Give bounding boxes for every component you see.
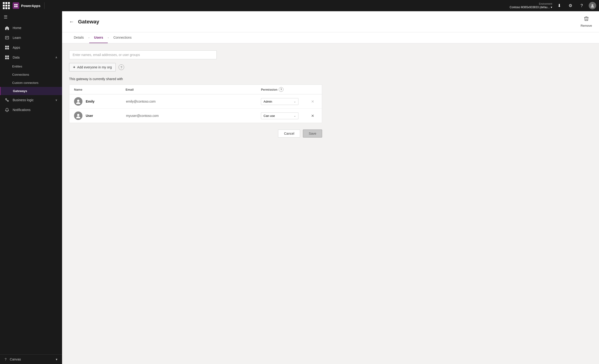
sidebar-item-home[interactable]: Home	[0, 23, 62, 33]
svg-rect-15	[7, 58, 9, 59]
svg-rect-11	[7, 48, 9, 49]
user-email: myuser@contoso.com	[126, 114, 261, 118]
remove-button[interactable]: Remove	[581, 16, 592, 27]
user-name: User	[86, 114, 126, 118]
main-layout: ☰ Home Learn Apps Data ∧	[0, 11, 599, 364]
svg-rect-2	[14, 6, 16, 7]
svg-point-17	[8, 100, 9, 102]
user-avatar[interactable]	[589, 2, 596, 9]
svg-rect-12	[5, 55, 7, 57]
waffle-menu[interactable]	[3, 2, 10, 9]
svg-rect-1	[16, 4, 18, 5]
emily-permission-dropdown[interactable]: Admin ⌄	[261, 98, 299, 105]
table-row: User myuser@contoso.com Can use ⌄ ✕	[69, 109, 322, 123]
data-icon	[5, 55, 9, 60]
sidebar-bottom-canvas[interactable]: ? Canvas ▾	[0, 355, 62, 364]
back-button[interactable]: ←	[69, 19, 74, 25]
svg-rect-0	[14, 4, 16, 5]
page-header-left: ← Gateway	[69, 19, 99, 25]
table-col-email: Email	[126, 88, 261, 91]
svg-point-16	[6, 99, 7, 100]
sidebar-item-apps[interactable]: Apps	[0, 43, 62, 53]
environment-label: Environment	[539, 3, 552, 5]
user-search-input[interactable]	[69, 50, 217, 59]
add-everyone-label: Add everyone in my org	[77, 65, 112, 69]
emily-permission-label: Admin	[264, 100, 294, 103]
user-permission-dropdown[interactable]: Can use ⌄	[261, 112, 299, 119]
app-title: PowerApps	[21, 4, 41, 8]
trash-icon	[583, 16, 589, 23]
apps-label: Apps	[13, 46, 57, 49]
page-header: ← Gateway Remove	[62, 11, 599, 32]
user-dropdown-chevron-icon: ⌄	[294, 114, 296, 117]
settings-button[interactable]: ⚙	[566, 1, 575, 10]
plus-icon: +	[73, 65, 75, 69]
emily-permission-col: Admin ⌄	[261, 98, 308, 105]
help-button[interactable]: ?	[577, 1, 586, 10]
svg-rect-9	[7, 46, 9, 47]
add-everyone-help-icon[interactable]: ?	[119, 64, 124, 70]
data-chevron-icon: ∧	[55, 56, 57, 59]
emily-avatar	[74, 97, 82, 106]
notifications-icon	[5, 108, 9, 112]
svg-rect-10	[5, 48, 7, 49]
logo-icon	[13, 2, 19, 9]
remove-label: Remove	[581, 24, 592, 27]
canvas-chevron-icon: ▾	[56, 357, 57, 361]
user-permission-label: Can use	[264, 114, 294, 118]
connections-label: Connections	[12, 73, 29, 76]
sidebar-hamburger[interactable]: ☰	[0, 11, 62, 23]
tab-details[interactable]: Details	[69, 32, 88, 43]
sidebar-item-notifications[interactable]: Notifications	[0, 105, 62, 115]
table-col-permission: Permission ?	[261, 87, 308, 92]
custom-connectors-label: Custom connectors	[12, 81, 38, 85]
learn-label: Learn	[13, 36, 57, 40]
emily-dropdown-chevron-icon: ⌄	[294, 100, 296, 103]
tab-users[interactable]: Users	[89, 32, 108, 43]
emily-email: emily@contoso.com	[126, 99, 261, 103]
sidebar-sub-item-custom-connectors[interactable]: Custom connectors	[0, 79, 62, 87]
download-button[interactable]: ⬇	[555, 1, 564, 10]
svg-point-4	[591, 4, 593, 6]
add-everyone-button[interactable]: + Add everyone in my org	[69, 63, 116, 71]
emily-action-col: ✕	[308, 99, 317, 104]
user-remove-button[interactable]: ✕	[310, 113, 315, 118]
business-logic-icon	[5, 98, 9, 102]
main-content: + Add everyone in my org ? This gateway …	[62, 43, 599, 364]
add-everyone-row: + Add everyone in my org ?	[69, 63, 592, 71]
svg-rect-5	[5, 36, 9, 39]
apps-icon	[5, 45, 9, 50]
tabs: Details ● Users ● Connections	[62, 32, 599, 43]
business-logic-chevron-icon: ∨	[55, 98, 57, 102]
emily-name: Emily	[86, 99, 126, 103]
sidebar-item-business-logic[interactable]: Business logic ∨	[0, 95, 62, 105]
cancel-button[interactable]: Cancel	[278, 130, 300, 137]
app-logo: PowerApps	[13, 2, 44, 9]
data-label: Data	[13, 55, 52, 59]
svg-point-21	[77, 99, 79, 102]
sidebar-sub-item-entities[interactable]: Entities	[0, 62, 62, 71]
sidebar-sub-item-gateways[interactable]: Gateways	[0, 87, 62, 95]
user-table: Name Email Permission ? Emily emily@cont…	[69, 85, 322, 123]
topbar: PowerApps Environment Contoso M365x93383…	[0, 0, 599, 11]
environment-selector[interactable]: Environment Contoso M365x933833 (defau..…	[510, 3, 552, 9]
home-label: Home	[13, 26, 57, 30]
page-title: Gateway	[78, 19, 99, 25]
environment-name: Contoso M365x933833 (defau... ▾	[510, 6, 552, 9]
save-button[interactable]: Save	[303, 130, 322, 137]
canvas-label: Canvas	[10, 357, 21, 361]
table-col-name: Name	[74, 88, 126, 91]
gateways-label: Gateways	[13, 89, 27, 93]
tab-connections[interactable]: Connections	[109, 32, 136, 43]
sidebar-bottom: ? Canvas ▾	[0, 355, 62, 364]
table-row: Emily emily@contoso.com Admin ⌄ ✕	[69, 94, 322, 109]
sidebar-item-learn[interactable]: Learn	[0, 33, 62, 43]
permission-help-icon[interactable]: ?	[279, 87, 283, 92]
sidebar-sub-item-connections[interactable]: Connections	[0, 71, 62, 79]
emily-remove-icon: ✕	[310, 99, 315, 104]
svg-rect-3	[16, 6, 18, 7]
content-area: ← Gateway Remove Details ● Users ●	[62, 11, 599, 364]
user-permission-col: Can use ⌄	[261, 112, 308, 119]
sidebar-item-data[interactable]: Data ∧	[0, 53, 62, 62]
entities-label: Entities	[12, 65, 22, 68]
